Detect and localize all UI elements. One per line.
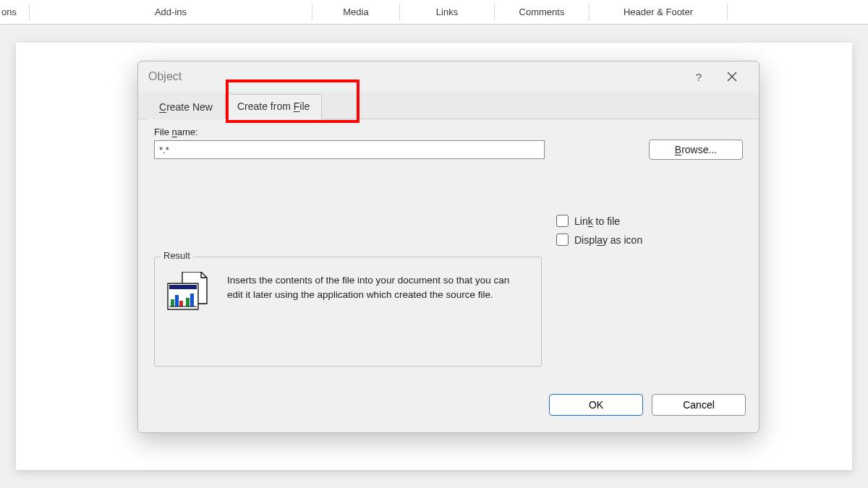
svg-rect-4: [171, 299, 174, 307]
file-name-label: File name:: [154, 127, 743, 137]
result-legend: Result: [161, 250, 193, 261]
result-content: Inserts the contents of the file into yo…: [165, 272, 531, 317]
object-dialog: Object ? Create New Create from File Fil…: [137, 61, 760, 433]
link-to-file-checkbox[interactable]: Link to file: [556, 215, 642, 227]
file-name-input[interactable]: [154, 140, 545, 159]
ok-button[interactable]: OK: [549, 394, 643, 416]
result-fieldset: Result: [154, 257, 542, 367]
dialog-title: Object: [148, 70, 682, 83]
link-to-file-input[interactable]: [556, 215, 569, 227]
svg-rect-5: [175, 295, 179, 307]
display-as-icon-label: Display as icon: [574, 234, 642, 246]
document-chart-icon: [165, 272, 216, 317]
result-description: Inserts the contents of the file into yo…: [227, 272, 516, 301]
ribbon-item-partial[interactable]: ons: [0, 0, 29, 24]
dialog-tabs: Create New Create from File: [138, 92, 759, 119]
help-button[interactable]: ?: [682, 61, 715, 92]
ribbon-item-header-footer[interactable]: Header & Footer: [590, 0, 727, 24]
dialog-titlebar: Object ?: [138, 61, 759, 92]
ribbon-bar: ons Add-ins Media Links Comments Header …: [0, 0, 868, 25]
close-button[interactable]: [715, 61, 749, 92]
dialog-body: File name: Browse... Link to file Displa…: [138, 119, 759, 385]
dialog-footer: OK Cancel: [138, 385, 759, 425]
ribbon-item-comments[interactable]: Comments: [495, 0, 589, 24]
ribbon-item-addins[interactable]: Add-ins: [30, 0, 312, 24]
svg-rect-3: [169, 285, 197, 289]
ribbon-item-links[interactable]: Links: [400, 0, 494, 24]
checkbox-group: Link to file Display as icon: [556, 215, 642, 246]
link-to-file-label: Link to file: [574, 215, 620, 227]
tab-create-from-file[interactable]: Create from File: [225, 94, 322, 119]
tab-create-new[interactable]: Create New: [147, 95, 225, 119]
browse-button[interactable]: Browse...: [649, 140, 743, 160]
svg-rect-6: [179, 301, 183, 307]
file-row: Browse...: [154, 140, 743, 160]
close-icon: [727, 72, 737, 82]
svg-rect-8: [190, 294, 194, 307]
help-icon: ?: [696, 71, 702, 83]
ribbon-item-media[interactable]: Media: [312, 0, 399, 24]
display-as-icon-input[interactable]: [556, 234, 569, 246]
cancel-button[interactable]: Cancel: [652, 394, 746, 416]
display-as-icon-checkbox[interactable]: Display as icon: [556, 234, 642, 246]
svg-rect-7: [186, 298, 190, 307]
ribbon-separator: [727, 3, 728, 21]
